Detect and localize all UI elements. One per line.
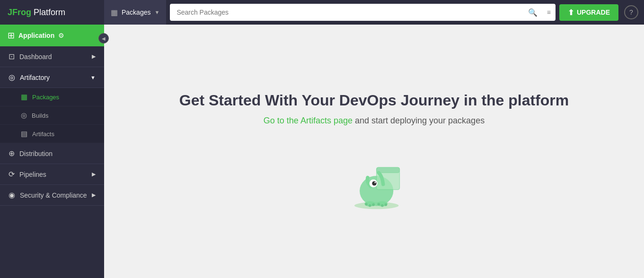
filter-icon[interactable]: ≡ — [547, 9, 551, 16]
artifactory-icon: ◎ — [9, 73, 15, 82]
sidebar-item-label: Distribution — [19, 150, 96, 157]
packages-sub-icon: ▦ — [21, 93, 27, 101]
chevron-down-icon: ▼ — [154, 9, 159, 15]
subitem-label: Packages — [32, 94, 59, 101]
search-input[interactable] — [170, 4, 556, 21]
sidebar: ⊞ Application ⚙ ⊡ Dashboard ▶ ◎ Artifact… — [0, 25, 104, 278]
logo: JFrog Platform — [8, 8, 65, 17]
subtitle-suffix: and start deploying your packages — [355, 116, 485, 125]
logo-area: JFrog Platform — [0, 8, 104, 17]
help-button[interactable]: ? — [624, 5, 638, 19]
subitem-label: Builds — [32, 112, 48, 119]
chevron-right-icon: ▶ — [92, 192, 96, 198]
sidebar-item-security-compliance[interactable]: ◉ Security & Compliance ▶ — [0, 185, 104, 206]
app-header[interactable]: ⊞ Application ⚙ — [0, 25, 104, 46]
upgrade-button[interactable]: ⬆ UPGRADE — [559, 4, 618, 21]
grid-icon: ⊞ — [8, 30, 15, 41]
chevron-left-icon: ◀ — [102, 36, 106, 41]
sidebar-subitem-artifacts[interactable]: ▤ Artifacts — [0, 125, 104, 143]
subitem-label: Artifacts — [32, 130, 54, 138]
sidebar-item-label: Security & Compliance — [20, 191, 87, 199]
search-icon[interactable]: 🔍 — [528, 8, 538, 17]
svg-point-10 — [368, 204, 371, 207]
packages-icon: ▦ — [111, 8, 118, 17]
gear-icon: ⚙ — [58, 32, 64, 39]
frog-mascot — [336, 140, 412, 211]
topbar: JFrog Platform ▦ Packages ▼ 🔍 ≡ ⬆ UPGRAD… — [0, 0, 644, 25]
chevron-right-icon: ▶ — [92, 171, 96, 177]
artifacts-link[interactable]: Go to the Artifacts page — [264, 116, 353, 125]
sidebar-item-distribution[interactable]: ⊕ Distribution — [0, 143, 104, 164]
welcome-card: Get Started With Your DevOps Journey in … — [160, 73, 588, 230]
svg-point-13 — [381, 204, 384, 207]
upgrade-label: UPGRADE — [577, 9, 610, 16]
dashboard-icon: ⊡ — [9, 52, 15, 61]
svg-point-9 — [365, 203, 368, 206]
pipelines-icon: ⟳ — [9, 170, 15, 179]
svg-point-5 — [372, 181, 376, 185]
sidebar-item-label: Dashboard — [19, 53, 87, 61]
packages-selector[interactable]: ▦ Packages ▼ — [104, 0, 166, 25]
sidebar-subitem-packages[interactable]: ▦ Packages — [0, 88, 104, 106]
upgrade-icon: ⬆ — [568, 8, 574, 17]
sidebar-submenu: ▦ Packages ◎ Builds ▤ Artifacts — [0, 88, 104, 143]
svg-point-11 — [372, 203, 375, 206]
distribution-icon: ⊕ — [9, 149, 15, 158]
sidebar-subitem-builds[interactable]: ◎ Builds — [0, 106, 104, 125]
search-area: 🔍 ≡ — [170, 4, 556, 21]
sidebar-item-dashboard[interactable]: ⊡ Dashboard ▶ — [0, 46, 104, 67]
svg-point-6 — [374, 182, 376, 183]
sidebar-item-label: Pipelines — [19, 171, 87, 178]
artifacts-icon: ▤ — [21, 130, 27, 138]
question-icon: ? — [629, 9, 633, 16]
welcome-title: Get Started With Your DevOps Journey in … — [179, 92, 569, 109]
packages-label: Packages — [122, 9, 150, 16]
svg-point-12 — [377, 203, 380, 206]
sidebar-item-pipelines[interactable]: ⟳ Pipelines ▶ — [0, 164, 104, 185]
sidebar-item-label: Artifactory — [20, 74, 86, 81]
builds-icon: ◎ — [21, 111, 27, 120]
sidebar-collapse-button[interactable]: ◀ — [98, 33, 109, 43]
chevron-down-icon: ▼ — [90, 75, 96, 80]
content-area: Get Started With Your DevOps Journey in … — [104, 25, 644, 278]
welcome-subtitle: Go to the Artifacts page and start deplo… — [179, 116, 569, 126]
chevron-right-icon: ▶ — [92, 53, 96, 60]
security-icon: ◉ — [9, 191, 15, 200]
svg-point-14 — [384, 203, 387, 206]
sidebar-item-artifactory[interactable]: ◎ Artifactory ▼ — [0, 67, 104, 88]
main-layout: ⊞ Application ⚙ ⊡ Dashboard ▶ ◎ Artifact… — [0, 25, 644, 278]
app-label: Application — [18, 32, 54, 39]
mascot-container — [179, 140, 569, 211]
